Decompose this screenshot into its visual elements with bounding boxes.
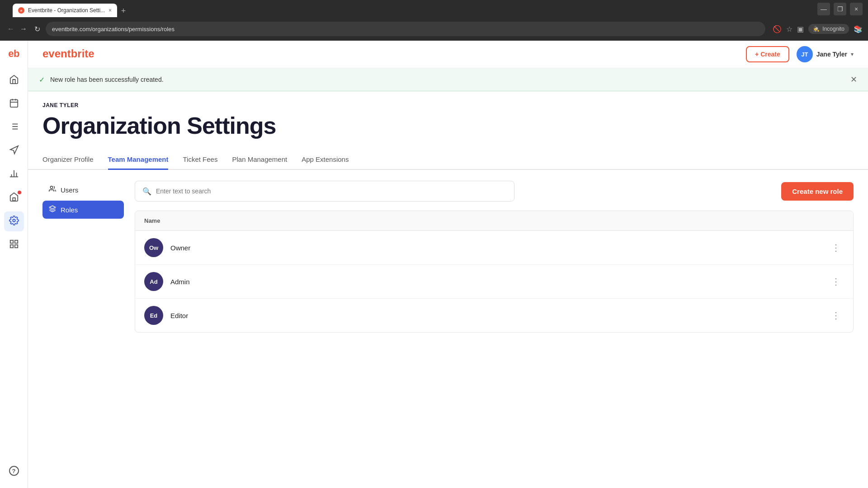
main-content: eventbrite + Create JT Jane Tyler ▾ ✓ Ne… (28, 41, 868, 488)
owner-menu-btn[interactable]: ⋮ (828, 240, 844, 255)
navigation-bar: ← → ↻ eventbrite.com/organizations/permi… (0, 18, 868, 40)
browser-nav-icons: 🚫 ☆ ▣ 🕵 Incognito 📚 (773, 24, 863, 34)
incognito-icon: 🕵 (813, 26, 820, 32)
user-name: Jane Tyler (816, 51, 847, 58)
help-icon: ? (9, 466, 19, 476)
right-panel: 🔍 Create new role Name Ow Owner ⋮ (135, 181, 854, 333)
roles-icon (49, 205, 56, 214)
role-name-admin: Admin (170, 278, 821, 286)
sidebar-item-help[interactable]: ? (4, 461, 24, 481)
page-header: JANE TYLER Organization Settings (28, 91, 868, 139)
forward-btn[interactable]: → (18, 23, 29, 35)
sidebar-item-home[interactable] (4, 70, 24, 90)
minimize-btn[interactable]: — (817, 3, 830, 15)
svg-point-21 (50, 186, 52, 188)
search-box[interactable]: 🔍 (135, 181, 514, 202)
no-camera-icon[interactable]: 🚫 (773, 25, 782, 33)
eventbrite-logo[interactable]: eb (8, 48, 19, 60)
success-check-icon: ✓ (39, 75, 45, 84)
settings-icon (9, 216, 19, 228)
success-message: New role has been successfully created. (50, 76, 845, 83)
tab-plan-management[interactable]: Plan Management (232, 150, 287, 170)
sidebar-item-settings[interactable] (4, 211, 24, 231)
users-label: Users (61, 186, 78, 194)
nav-users[interactable]: Users (42, 181, 124, 199)
finance-badge (18, 191, 21, 194)
admin-menu-btn[interactable]: ⋮ (828, 274, 844, 289)
tab-title: Eventbrite - Organization Setti... (28, 7, 105, 14)
tab-favicon: e (18, 7, 24, 14)
calendar-icon (9, 98, 19, 110)
tab-close-btn[interactable]: × (108, 7, 112, 14)
create-button[interactable]: + Create (746, 46, 789, 62)
sidebar-item-megaphone[interactable] (4, 141, 24, 161)
users-icon (49, 185, 56, 194)
sidebar-item-chart[interactable] (4, 164, 24, 184)
role-name-editor: Editor (170, 312, 821, 319)
svg-rect-14 (13, 197, 15, 200)
tab-app-extensions[interactable]: App Extensions (302, 150, 349, 170)
tab-bar: e Eventbrite - Organization Setti... × + (9, 1, 133, 17)
bookmarks-icon[interactable]: 📚 (854, 25, 863, 33)
svg-rect-18 (10, 244, 13, 247)
svg-text:eventbrite: eventbrite (42, 47, 94, 60)
content-area: Users Roles 🔍 (28, 170, 868, 343)
right-panel-header: 🔍 Create new role (135, 181, 854, 202)
sidebar-bottom: ? (4, 461, 24, 481)
topbar-actions: + Create JT Jane Tyler ▾ (746, 46, 854, 62)
roles-table: Name Ow Owner ⋮ Ad Admin ⋮ (135, 211, 854, 333)
megaphone-icon (9, 145, 19, 157)
role-avatar-owner: Ow (144, 238, 163, 257)
sidebar-item-apps[interactable] (4, 235, 24, 255)
sidebar-item-calendar[interactable] (4, 94, 24, 114)
search-icon: 🔍 (142, 187, 151, 196)
app-topbar: eventbrite + Create JT Jane Tyler ▾ (28, 41, 868, 68)
address-bar[interactable]: eventbrite.com/organizations/permissions… (46, 22, 765, 36)
finance-icon (9, 192, 19, 204)
table-row: Ed Editor ⋮ (135, 299, 853, 332)
table-row: Ow Owner ⋮ (135, 231, 853, 265)
org-label: JANE TYLER (42, 102, 854, 108)
chart-icon (9, 169, 19, 181)
roles-label: Roles (61, 206, 78, 214)
eventbrite-wordmark[interactable]: eventbrite (42, 46, 106, 62)
list-icon (9, 122, 19, 134)
back-btn[interactable]: ← (5, 23, 16, 35)
nav-arrows: ← → (5, 23, 29, 35)
new-tab-btn[interactable]: + (117, 5, 130, 17)
active-tab[interactable]: e Eventbrite - Organization Setti... × (13, 4, 117, 17)
apps-icon (9, 239, 19, 251)
left-panel: Users Roles (42, 181, 124, 333)
table-header-name: Name (135, 211, 853, 231)
table-row: Ad Admin ⋮ (135, 265, 853, 299)
editor-menu-btn[interactable]: ⋮ (828, 308, 844, 323)
tab-ticket-fees[interactable]: Ticket Fees (183, 150, 217, 170)
incognito-label: Incognito (822, 26, 844, 32)
role-avatar-admin: Ad (144, 272, 163, 291)
tab-organizer-profile[interactable]: Organizer Profile (42, 150, 94, 170)
user-menu[interactable]: JT Jane Tyler ▾ (797, 46, 854, 62)
tabs-bar: Organizer Profile Team Management Ticket… (28, 150, 868, 170)
restore-btn[interactable]: ❐ (834, 3, 846, 15)
sidebar: eb (0, 41, 28, 488)
address-text: eventbrite.com/organizations/permissions… (52, 26, 175, 33)
svg-rect-19 (14, 244, 17, 247)
sidebar-item-finance[interactable] (4, 188, 24, 208)
role-avatar-editor: Ed (144, 306, 163, 325)
page-title: Organization Settings (42, 112, 854, 139)
nav-roles[interactable]: Roles (42, 201, 124, 219)
create-role-button[interactable]: Create new role (781, 182, 854, 201)
split-view-icon[interactable]: ▣ (797, 25, 804, 33)
star-icon[interactable]: ☆ (786, 25, 793, 33)
home-icon (9, 75, 19, 87)
success-banner: ✓ New role has been successfully created… (28, 68, 868, 91)
close-btn[interactable]: × (850, 3, 863, 15)
svg-rect-17 (14, 240, 17, 243)
incognito-badge: 🕵 Incognito (808, 24, 849, 34)
banner-close-btn[interactable]: ✕ (850, 75, 857, 84)
tab-team-management[interactable]: Team Management (108, 150, 169, 170)
role-name-owner: Owner (170, 244, 821, 252)
search-input[interactable] (156, 188, 507, 195)
refresh-btn[interactable]: ↻ (33, 23, 42, 35)
sidebar-item-list[interactable] (4, 117, 24, 137)
